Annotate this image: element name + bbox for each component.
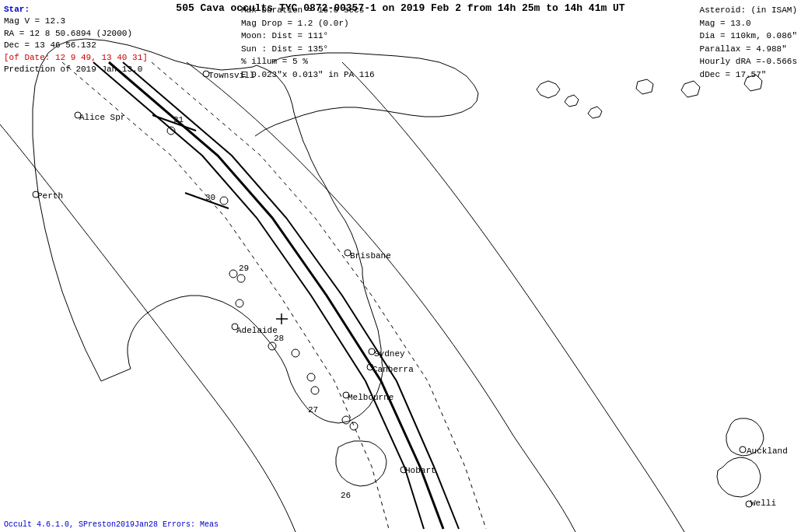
ddec: dDec = 17.57": [700, 70, 767, 79]
asteroid-dia: Dia = 110km, 0.086": [700, 31, 797, 40]
center-info-panel: Max Duration = 16.0 secs Mag Drop = 1.2 …: [241, 4, 375, 81]
sun-dist: Sun : Dist = 135°: [241, 44, 328, 54]
moon-dist: Moon: Dist = 111°: [241, 31, 328, 40]
asteroid-label: Asteroid: (in ISAM): [700, 5, 797, 15]
star-ofdate: [of Date: 12 9 49, 13 40 31]: [4, 53, 148, 62]
footer: Occult 4.6.1.0, SPreston2019Jan28 Errors…: [4, 520, 219, 529]
star-prediction: Prediction of 2019 Jan 13.0: [4, 65, 142, 74]
max-duration: Max Duration = 16.0 secs: [241, 5, 364, 15]
mag-drop: Mag Drop = 1.2 (0.0r): [241, 19, 349, 28]
star-mag: Mag V = 12.3: [4, 16, 65, 26]
star-dec: Dec = 13 46 56.132: [4, 40, 96, 50]
hourly-gra: Hourly dRA =-0.566s: [700, 57, 797, 66]
star-info-panel: Star: Mag V = 12.3 RA = 12 8 50.6894 (J2…: [4, 4, 148, 75]
ellipse: E 0.023"x 0.013" in PA 116: [241, 70, 375, 79]
asteroid-info-panel: Asteroid: (in ISAM) Mag = 13.0 Dia = 110…: [700, 4, 797, 81]
star-label: Star:: [4, 5, 30, 14]
asteroid-mag: Mag = 13.0: [700, 19, 751, 28]
illum: % illum = 5 %: [241, 57, 308, 66]
star-ra: RA = 12 8 50.6894 (J2000): [4, 29, 132, 38]
asteroid-parallax: Parallax = 4.988": [700, 44, 787, 54]
